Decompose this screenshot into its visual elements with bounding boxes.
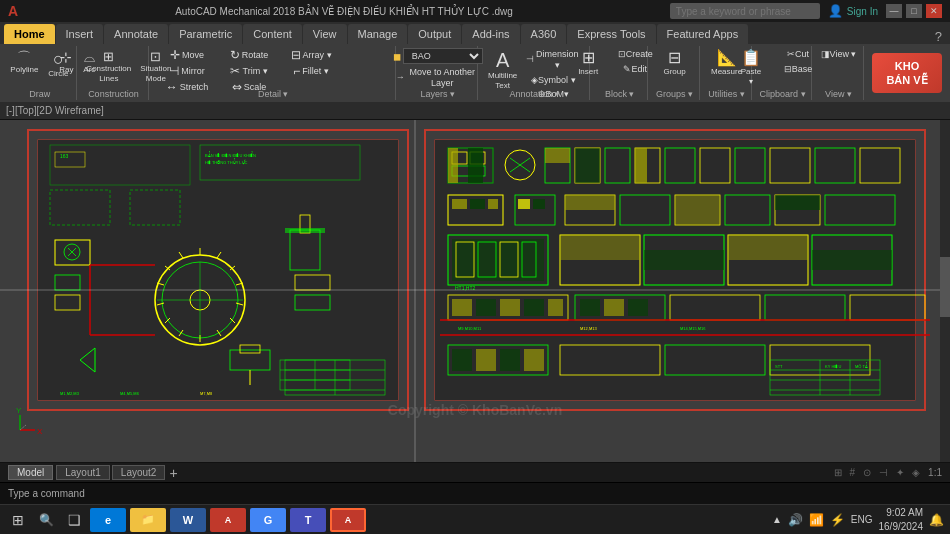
model-tab[interactable]: Model [8, 465, 53, 480]
multiline-text-icon: A [496, 50, 509, 70]
layer-dropdown[interactable]: BAO [403, 48, 483, 64]
svg-text:X: X [37, 427, 43, 436]
svg-rect-80 [575, 148, 600, 183]
view-icon: ◨ [821, 49, 830, 60]
insert-block-button[interactable]: ⊞ Insert [574, 48, 602, 79]
tab-annotate[interactable]: Annotate [104, 24, 168, 44]
annotation-group-label: Annotation ▾ [480, 89, 589, 99]
view-group-label: View ▾ [814, 89, 863, 99]
construction-lines-icon: ⊞ [103, 50, 114, 63]
grid-icon[interactable]: # [850, 467, 856, 478]
window-controls: — □ ✕ [886, 4, 942, 18]
maximize-button[interactable]: □ [906, 4, 922, 18]
add-layout-btn[interactable]: + [169, 465, 177, 481]
svg-rect-47 [285, 228, 325, 233]
tab-parametric[interactable]: Parametric [169, 24, 242, 44]
taskbar-right: ▲ 🔊 📶 ⚡ ENG 9:02 AM 16/9/2024 🔔 [772, 506, 944, 534]
start-button[interactable]: ⊞ [6, 508, 30, 532]
group-button[interactable]: ⊟ Group [660, 48, 688, 79]
trim-button[interactable]: ✂ Trim ▾ [219, 64, 279, 78]
svg-rect-83 [470, 199, 485, 209]
polar-icon[interactable]: ✦ [896, 467, 904, 478]
minimize-button[interactable]: — [886, 4, 902, 18]
taskbar-app-word[interactable]: W [170, 508, 206, 532]
taskbar-app-teams[interactable]: T [290, 508, 326, 532]
viewport[interactable]: 163 BẢN VẼ ĐIỆN ĐIỀU KHIỂN HỆ THỐNG THỦY… [0, 120, 950, 462]
move-icon: ✛ [170, 49, 180, 61]
tab-home[interactable]: Home [4, 24, 55, 44]
time-text: 9:02 AM [879, 506, 924, 520]
tab-expresstools[interactable]: Express Tools [567, 24, 655, 44]
mirror-button[interactable]: ⊣ Mirror [157, 64, 217, 78]
keyword-search-input[interactable] [670, 3, 820, 19]
battery-icon[interactable]: ⚡ [830, 513, 845, 527]
logo-line2: BÁN VẼ [886, 73, 927, 87]
tab-manage[interactable]: Manage [348, 24, 408, 44]
svg-rect-119 [580, 299, 600, 316]
svg-rect-82 [452, 199, 467, 209]
layer-move-icon: → [396, 72, 405, 83]
tab-content[interactable]: Content [243, 24, 302, 44]
fillet-button[interactable]: ⌐ Fillet ▾ [281, 64, 341, 78]
osnap-icon[interactable]: ◈ [912, 467, 920, 478]
title-right: 👤 Sign In — □ ✕ [670, 3, 942, 19]
taskbar-app-chrome[interactable]: G [250, 508, 286, 532]
khobanve-logo: KHO BÁN VẼ [872, 53, 942, 93]
detail-group-label: Detail ▾ [151, 89, 395, 99]
speaker-icon[interactable]: 🔊 [788, 513, 803, 527]
layout1-tab[interactable]: Layout1 [56, 465, 110, 480]
polyline-button[interactable]: ⌒ Polyline [7, 48, 41, 77]
taskview-button[interactable]: ❑ [62, 508, 86, 532]
line-button[interactable]: ╱ Line [0, 48, 4, 81]
taskbar-app-explorer[interactable]: 📁 [130, 508, 166, 532]
ortho-icon[interactable]: ⊣ [879, 467, 888, 478]
vertical-scrollbar[interactable] [940, 120, 950, 462]
fillet-icon: ⌐ [293, 65, 300, 77]
insert-block-icon: ⊞ [582, 50, 595, 66]
svg-rect-113 [452, 299, 472, 316]
time-display[interactable]: 9:02 AM 16/9/2024 [879, 506, 924, 534]
construction-lines-button[interactable]: ⊞ ConstructionLines [83, 48, 134, 85]
layer-icon: ◼ [393, 51, 401, 62]
scroll-thumb[interactable] [940, 257, 950, 317]
array-button[interactable]: ⊟ Array ▾ [281, 48, 341, 62]
drawing-area[interactable]: 163 BẢN VẼ ĐIỆN ĐIỀU KHIỂN HỆ THỐNG THỦY… [0, 120, 950, 462]
move-button[interactable]: ✛ Move [157, 48, 217, 62]
multiline-text-button[interactable]: A MultilineText [486, 48, 520, 92]
ray-button[interactable]: ⊹ Ray [52, 48, 80, 77]
tab-view[interactable]: View [303, 24, 347, 44]
tab-insert[interactable]: Insert [56, 24, 104, 44]
taskbar-app-edge[interactable]: e [90, 508, 126, 532]
eng-label[interactable]: ENG [851, 514, 873, 525]
model-icon[interactable]: ⊞ [834, 467, 842, 478]
paste-button[interactable]: 📋 Paste ▾ [737, 48, 765, 88]
command-input[interactable] [93, 488, 942, 499]
tab-output[interactable]: Output [408, 24, 461, 44]
move-to-another-layer-button[interactable]: → Move to Another Layer [393, 66, 483, 90]
symbol-icon: ◈ [531, 75, 538, 86]
create-block-icon: ⊡ [618, 49, 626, 60]
view-button[interactable]: ◨ View ▾ [809, 48, 869, 61]
svg-rect-111 [812, 250, 892, 270]
svg-rect-76 [448, 148, 458, 183]
taskbar-app-acad2[interactable]: A [330, 508, 366, 532]
notification-icon[interactable]: 🔔 [929, 513, 944, 527]
svg-text:KÝ HIỆU: KÝ HIỆU [825, 364, 841, 369]
logo-line1: KHO [886, 59, 927, 73]
network-icon[interactable]: 📶 [809, 513, 824, 527]
tab-featuredapps[interactable]: Featured Apps [657, 24, 749, 44]
taskbar-app-acad1[interactable]: A [210, 508, 246, 532]
tab-addins[interactable]: Add-ins [462, 24, 519, 44]
help-icon[interactable]: ? [935, 29, 942, 44]
rotate-button[interactable]: ↻ Rotate [219, 48, 279, 62]
svg-text:M7,M8: M7,M8 [200, 391, 213, 396]
signin-label[interactable]: Sign In [847, 6, 878, 17]
snap-icon[interactable]: ⊙ [863, 467, 871, 478]
close-button[interactable]: ✕ [926, 4, 942, 18]
mirror-label: Mirror [181, 66, 205, 77]
tab-a360[interactable]: A360 [521, 24, 567, 44]
autocad-icon: A [8, 3, 18, 19]
layout2-tab[interactable]: Layout2 [112, 465, 166, 480]
expand-systray-icon[interactable]: ▲ [772, 514, 782, 525]
search-button[interactable]: 🔍 [34, 508, 58, 532]
